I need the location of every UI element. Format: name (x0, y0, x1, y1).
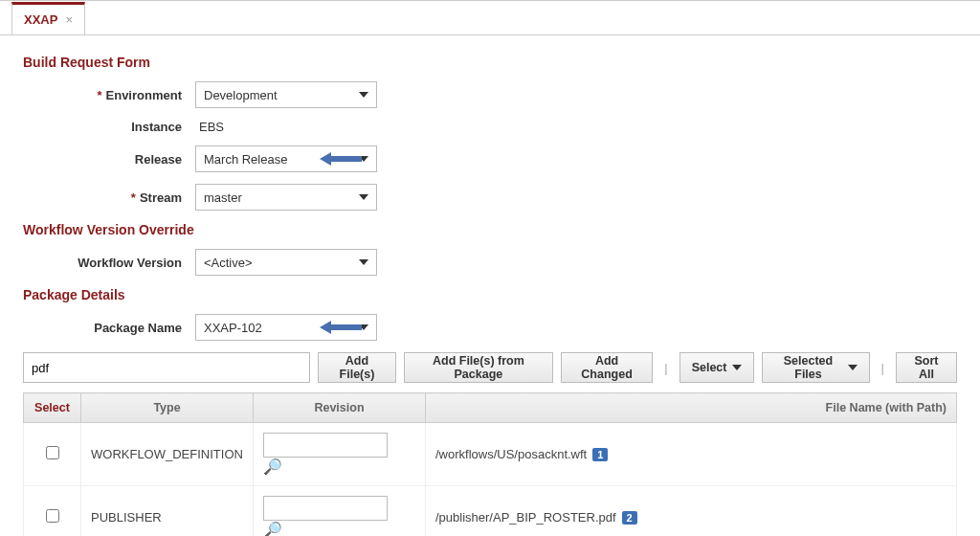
files-table: Select Type Revision File Name (with Pat… (23, 392, 957, 536)
sort-all-button[interactable]: Sort All (896, 352, 957, 383)
label-workflow-version: Workflow Version (23, 256, 195, 270)
select-stream-value: master (204, 190, 242, 205)
cell-path: /workflows/US/posacknt.wft (435, 447, 587, 461)
toolbar-separator: | (660, 361, 671, 375)
chevron-down-icon (848, 365, 858, 370)
select-workflow-version[interactable]: <Active> (195, 249, 377, 276)
table-row: WORKFLOW_DEFINITION 🔍 /workflows/US/posa… (24, 423, 957, 486)
select-environment-value: Development (204, 88, 278, 102)
arrow-left-icon (320, 151, 362, 167)
section-package-details: Package Details (23, 287, 957, 302)
selected-files-dropdown-button[interactable]: Selected Files (762, 352, 869, 383)
add-files-button[interactable]: Add File(s) (318, 352, 396, 383)
col-header-select[interactable]: Select (24, 393, 81, 423)
cell-type: PUBLISHER (81, 486, 254, 537)
chevron-down-icon (732, 365, 742, 370)
add-files-from-package-button[interactable]: Add File(s) from Package (404, 352, 553, 383)
select-dropdown-button[interactable]: Select (679, 352, 755, 383)
toolbar-separator: | (878, 361, 888, 375)
label-environment: *Environment (23, 88, 195, 102)
revision-input[interactable] (263, 433, 388, 458)
chevron-down-icon (359, 92, 368, 98)
cell-path: /publisher/AP_BIP_ROSTER.pdf (435, 510, 616, 525)
col-header-revision[interactable]: Revision (254, 393, 426, 423)
table-row: PUBLISHER 🔍 /publisher/AP_BIP_ROSTER.pdf… (24, 486, 957, 537)
col-header-file[interactable]: File Name (with Path) (426, 393, 957, 423)
add-changed-button[interactable]: Add Changed (561, 352, 653, 383)
row-badge: 1 (592, 448, 608, 461)
value-instance: EBS (195, 120, 224, 134)
col-header-type[interactable]: Type (81, 393, 254, 423)
label-release: Release (23, 152, 195, 167)
file-toolbar: Add File(s) Add File(s) from Package Add… (23, 352, 957, 383)
svg-marker-0 (320, 152, 362, 166)
tab-label: XXAP (24, 12, 57, 27)
search-input[interactable] (23, 352, 310, 383)
tab-bar: XXAP × (0, 1, 980, 35)
select-release-value: March Release (204, 152, 287, 167)
row-checkbox[interactable] (46, 446, 59, 459)
row-badge: 2 (622, 511, 637, 525)
cell-type: WORKFLOW_DEFINITION (81, 423, 254, 486)
label-package-name: Package Name (23, 321, 195, 335)
search-icon[interactable]: 🔍 (263, 521, 282, 536)
select-stream[interactable]: master (195, 184, 377, 211)
chevron-down-icon (359, 194, 368, 200)
arrow-left-icon (320, 320, 362, 335)
section-workflow-override: Workflow Version Override (23, 222, 957, 237)
svg-marker-1 (320, 321, 362, 334)
close-icon[interactable]: × (65, 13, 73, 26)
row-checkbox[interactable] (46, 509, 59, 523)
label-stream: *Stream (23, 190, 195, 205)
revision-input[interactable] (263, 496, 388, 521)
select-environment[interactable]: Development (195, 81, 377, 108)
search-icon[interactable]: 🔍 (263, 458, 282, 476)
tab-xxap[interactable]: XXAP × (11, 2, 85, 34)
label-instance: Instance (23, 120, 195, 134)
select-package-name-value: XXAP-102 (204, 321, 262, 335)
chevron-down-icon (359, 259, 368, 265)
select-workflow-version-value: <Active> (204, 256, 253, 270)
section-build-request: Build Request Form (23, 55, 957, 70)
